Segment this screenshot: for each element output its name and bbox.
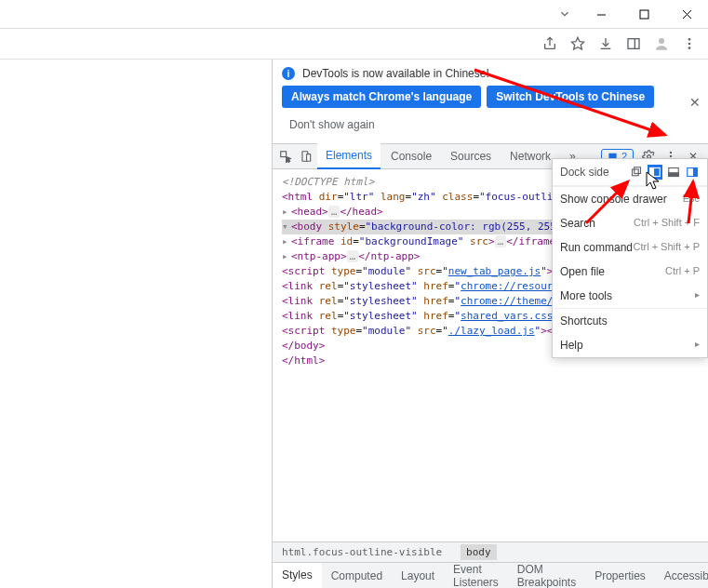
svg-point-19 (670, 155, 672, 157)
dock-undock-icon[interactable] (629, 165, 644, 180)
language-banner: i DevTools is now available in Chinese! (273, 60, 708, 86)
close-window-button[interactable] (665, 0, 708, 28)
subtab-dom-breakpoints[interactable]: DOM Breakpoints (508, 563, 585, 589)
subtab-properties[interactable]: Properties (585, 563, 655, 589)
menu-search[interactable]: SearchCtrl + Shift + F (553, 211, 707, 235)
chrome-menu-icon[interactable] (680, 34, 699, 53)
tab-sources[interactable]: Sources (442, 143, 500, 169)
subtab-listeners[interactable]: Event Listeners (444, 563, 508, 589)
menu-show-drawer[interactable]: Show console drawerEsc (553, 186, 707, 211)
dock-left-icon[interactable] (648, 165, 662, 180)
inspect-icon[interactable] (276, 147, 295, 166)
svg-point-12 (688, 43, 691, 46)
svg-marker-5 (571, 37, 583, 49)
devtools-main-menu: Dock side Show console drawerEsc SearchC… (552, 158, 708, 358)
browser-toolbar (0, 28, 708, 60)
svg-rect-14 (281, 152, 287, 157)
svg-point-11 (688, 38, 691, 41)
banner-close-icon[interactable]: ✕ (689, 95, 701, 110)
subtab-styles[interactable]: Styles (273, 563, 322, 589)
switch-chinese-button[interactable]: Switch DevTools to Chinese (487, 86, 654, 108)
menu-run-command[interactable]: Run commandCtrl + Shift + P (553, 235, 707, 260)
side-panel-icon[interactable] (624, 34, 643, 53)
download-icon[interactable] (596, 34, 615, 53)
share-icon[interactable] (541, 34, 559, 53)
svg-rect-24 (650, 168, 654, 177)
always-match-button[interactable]: Always match Chrome's language (282, 86, 481, 108)
device-toggle-icon[interactable] (297, 147, 315, 166)
svg-rect-26 (669, 173, 679, 177)
subtab-computed[interactable]: Computed (322, 563, 392, 589)
menu-more-tools[interactable]: More tools (553, 284, 707, 308)
minimize-button[interactable] (580, 0, 622, 28)
menu-help[interactable]: Help (553, 333, 707, 357)
svg-rect-8 (628, 39, 639, 49)
menu-shortcuts[interactable]: Shortcuts (553, 308, 707, 333)
bookmark-star-icon[interactable] (568, 34, 587, 53)
svg-rect-16 (307, 154, 311, 162)
svg-rect-21 (633, 169, 639, 176)
dock-side-label: Dock side (560, 166, 609, 179)
dont-show-button[interactable]: Don't show again (282, 114, 382, 136)
crumb-html[interactable]: html.focus-outline-visible (282, 546, 442, 558)
svg-rect-28 (694, 168, 698, 177)
tab-elements[interactable]: Elements (317, 143, 381, 169)
dock-right-icon[interactable] (685, 165, 700, 180)
elements-breadcrumb[interactable]: html.focus-outline-visible body (273, 541, 708, 562)
svg-rect-1 (640, 10, 648, 19)
svg-rect-22 (635, 167, 641, 174)
subtab-accessibility[interactable]: Accessibility (655, 563, 708, 589)
maximize-button[interactable] (622, 0, 665, 28)
subtab-layout[interactable]: Layout (392, 563, 444, 589)
info-icon: i (282, 67, 295, 80)
svg-point-10 (659, 38, 664, 44)
page-viewport (0, 60, 273, 588)
banner-text: DevTools is now available in Chinese! (302, 67, 489, 80)
menu-open-file[interactable]: Open fileCtrl + P (553, 260, 707, 284)
profile-avatar-icon[interactable] (652, 34, 671, 53)
tab-console[interactable]: Console (382, 143, 440, 169)
window-titlebar (0, 0, 708, 28)
styles-tabbar: Styles Computed Layout Event Listeners D… (273, 562, 708, 588)
dock-bottom-icon[interactable] (666, 165, 681, 180)
svg-point-18 (670, 152, 672, 154)
svg-point-13 (688, 47, 691, 49)
crumb-body[interactable]: body (461, 544, 497, 560)
tab-dropdown-icon[interactable] (550, 0, 580, 28)
tab-network[interactable]: Network (501, 143, 559, 169)
